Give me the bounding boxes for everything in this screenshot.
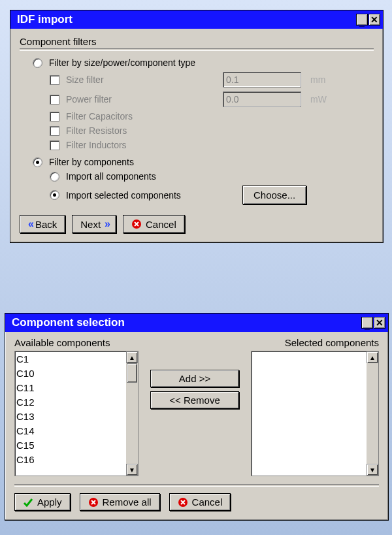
radio-icon [33, 58, 42, 68]
button-label: Cancel [146, 219, 176, 230]
idf-title: IDF import [17, 13, 73, 26]
apply-button[interactable]: Apply [14, 493, 71, 511]
comp-title: Component selection [12, 316, 125, 329]
button-label: Apply [37, 496, 62, 508]
radio-filter-by-components[interactable]: Filter by components [33, 157, 374, 167]
button-label: << Remove [169, 395, 220, 406]
power-filter-input [223, 91, 301, 107]
cancel-button[interactable]: Cancel [169, 493, 231, 511]
button-label: Back [35, 219, 57, 230]
size-filter-input [223, 72, 301, 88]
add-button[interactable]: Add >> [150, 370, 239, 387]
scroll-thumb[interactable] [127, 363, 137, 383]
checkbox-inductors[interactable] [50, 140, 59, 150]
choose-button[interactable]: Choose... [242, 186, 306, 204]
idf-titlebar[interactable]: IDF import _ ✕ [10, 10, 383, 29]
idf-import-window: IDF import _ ✕ Component filters Filter … [10, 10, 384, 243]
comp-titlebar[interactable]: Component selection _ ✕ [5, 314, 388, 332]
scroll-down-button[interactable]: ▼ [367, 464, 378, 476]
available-items: C1C10C11C12C13C14C15C16 [15, 351, 138, 468]
radio-icon [50, 172, 59, 182]
size-unit: mm [310, 74, 334, 85]
component-selection-window: Component selection _ ✕ Available compon… [5, 313, 389, 521]
scroll-up-button[interactable]: ▲ [126, 351, 138, 363]
available-listbox[interactable]: C1C10C11C12C13C14C15C16 ▲ ▼ [14, 351, 139, 476]
minimize-button[interactable]: _ [361, 317, 373, 329]
selected-listbox[interactable]: ▲ ▼ [251, 351, 379, 476]
list-item[interactable]: C12 [16, 395, 137, 410]
cancel-icon [178, 497, 188, 508]
remove-icon [88, 497, 99, 508]
remove-all-button[interactable]: Remove all [80, 493, 160, 511]
check-icon [23, 497, 33, 508]
list-item[interactable]: C1 [16, 352, 137, 366]
list-item[interactable]: C15 [16, 438, 137, 453]
radio-label: Import selected components [66, 190, 242, 201]
cancel-icon [131, 219, 142, 229]
list-item[interactable]: C16 [16, 453, 137, 467]
button-label: Remove all [103, 496, 152, 508]
power-unit: mW [310, 94, 334, 105]
close-button[interactable]: ✕ [374, 317, 385, 329]
scroll-up-button[interactable]: ▲ [367, 351, 378, 363]
checkbox-label: Filter Resistors [66, 125, 127, 136]
radio-import-all[interactable]: Import all components [50, 171, 374, 182]
radio-import-selected[interactable] [50, 190, 59, 200]
checkbox-label: Filter Capacitors [66, 111, 133, 122]
back-button[interactable]: « Back [20, 215, 65, 233]
minimize-button[interactable]: _ [356, 14, 368, 25]
list-item[interactable]: C10 [16, 366, 137, 381]
button-label: Choose... [253, 189, 295, 201]
remove-button[interactable]: << Remove [150, 391, 239, 409]
selected-items [252, 351, 378, 353]
checkbox-size-filter[interactable] [50, 75, 59, 85]
checkbox-label: Power filter [66, 94, 223, 105]
radio-label: Filter by components [49, 157, 134, 167]
scrollbar[interactable]: ▲ ▼ [367, 351, 378, 476]
available-label: Available components [14, 337, 139, 348]
cancel-button[interactable]: Cancel [123, 215, 185, 233]
scroll-down-button[interactable]: ▼ [126, 464, 138, 476]
selected-label: Selected components [251, 337, 379, 348]
radio-icon [33, 157, 42, 167]
button-label: Add >> [179, 373, 210, 384]
chevron-right-icon: » [105, 218, 108, 230]
next-button[interactable]: Next » [72, 215, 116, 233]
checkbox-capacitors[interactable] [50, 112, 59, 122]
checkbox-label: Size filter [66, 74, 223, 85]
button-label: Cancel [192, 496, 223, 508]
checkbox-label: Filter Inductors [66, 140, 127, 150]
list-item[interactable]: C14 [16, 424, 137, 438]
checkbox-resistors[interactable] [50, 126, 59, 136]
list-item[interactable]: C13 [16, 410, 137, 424]
group-title: Component filters [20, 36, 374, 47]
radio-label: Import all components [66, 171, 156, 182]
checkbox-power-filter[interactable] [50, 95, 59, 105]
radio-filter-by-size[interactable]: Filter by size/power/component type [33, 57, 374, 68]
button-label: Next [80, 219, 101, 230]
radio-label: Filter by size/power/component type [49, 57, 195, 68]
list-item[interactable]: C11 [16, 381, 137, 395]
close-button[interactable]: ✕ [368, 14, 380, 25]
scrollbar[interactable]: ▲ ▼ [126, 351, 138, 476]
chevron-left-icon: « [28, 218, 31, 230]
